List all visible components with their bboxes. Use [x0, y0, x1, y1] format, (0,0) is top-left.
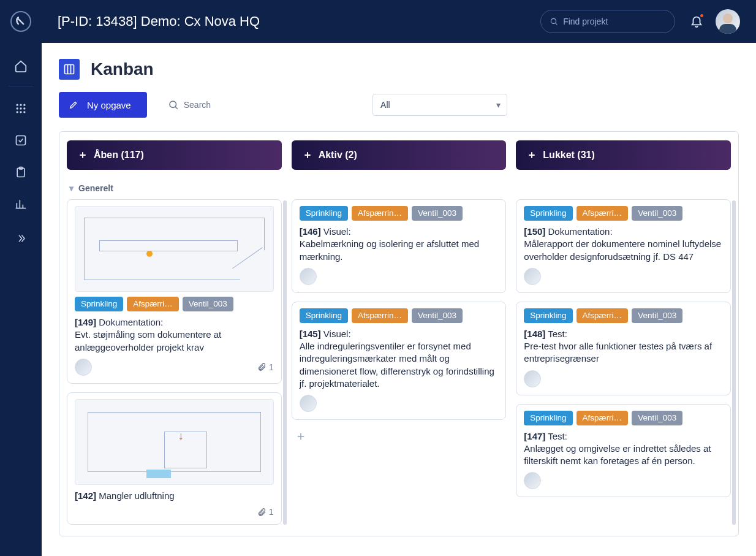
task-title: [145] Visuel: Alle indreguleringsventile… — [300, 328, 499, 390]
project-search-input[interactable] — [563, 17, 666, 26]
project-title: [P-ID: 13438] Demo: Cx Nova HQ — [58, 13, 540, 29]
svg-point-1 — [20, 104, 21, 106]
svg-point-12 — [551, 18, 556, 23]
svg-point-5 — [23, 107, 25, 109]
home-icon[interactable] — [9, 54, 33, 78]
assignee-avatar[interactable] — [524, 472, 541, 489]
task-card[interactable]: Sprinkling Afspærrin… Ventil_003 [145] V… — [292, 302, 507, 420]
tag: Afspærrin… — [352, 308, 408, 323]
svg-point-7 — [20, 111, 21, 113]
plus-icon — [295, 431, 306, 442]
chevron-down-icon: ▾ — [496, 100, 501, 110]
notifications-icon[interactable] — [690, 14, 703, 29]
column-header-open[interactable]: Åben (117) — [67, 140, 282, 170]
paperclip-icon — [257, 362, 266, 371]
task-title: [142] Mangler udluftning — [75, 490, 274, 502]
tag: Sprinkling — [75, 297, 123, 311]
tag: Ventil_003 — [412, 206, 463, 221]
svg-point-8 — [23, 111, 25, 113]
checkbox-icon[interactable] — [9, 128, 33, 153]
logo-icon[interactable] — [10, 11, 31, 32]
svg-point-4 — [20, 107, 21, 109]
plus-icon — [303, 150, 312, 160]
task-card[interactable]: Sprinkling Afspærrin… Ventil_003 [146] V… — [292, 199, 507, 293]
kanban-icon — [59, 59, 80, 80]
svg-rect-9 — [17, 136, 26, 145]
divider — [9, 86, 34, 86]
tag: Sprinkling — [300, 206, 348, 221]
column-title: Aktiv (2) — [319, 150, 357, 161]
filter-select[interactable]: All ▾ — [372, 94, 507, 116]
tag: Ventil_003 — [183, 297, 233, 311]
task-title: [147] Test: Anlægget og omgivelse er ind… — [524, 430, 723, 468]
tag: Afspærri… — [576, 308, 629, 323]
tag: Afspærri… — [127, 297, 179, 311]
assignee-avatar[interactable] — [300, 268, 317, 285]
search-icon — [168, 99, 179, 110]
column-active: Sprinkling Afspærrin… Ventil_003 [146] V… — [292, 199, 507, 525]
pencil-icon — [69, 100, 78, 110]
svg-rect-14 — [719, 24, 736, 34]
new-task-label: Ny opgave — [87, 100, 131, 110]
filter-value: All — [380, 100, 390, 110]
section-name: Generelt — [78, 183, 113, 193]
search-button[interactable]: Search — [162, 94, 217, 115]
clipboard-icon[interactable] — [9, 160, 33, 185]
collapse-icon: ▾ — [69, 183, 74, 193]
tag: Ventil_003 — [632, 411, 682, 425]
task-title: [148] Test: Pre-test hvor alle funktione… — [524, 328, 723, 365]
tag: Afspærri… — [576, 206, 629, 221]
add-card-button[interactable] — [292, 428, 507, 446]
column-closed: Sprinkling Afspærri… Ventil_003 [150] Do… — [516, 199, 731, 525]
notification-dot — [699, 13, 705, 18]
topbar: [P-ID: 13438] Demo: Cx Nova HQ — [42, 0, 756, 43]
kanban-board: Åben (117) Aktiv (2) Lukket (31) ▾ Gener… — [59, 131, 739, 536]
analytics-icon[interactable] — [9, 192, 33, 216]
tag: Sprinkling — [524, 206, 572, 221]
column-header-active[interactable]: Aktiv (2) — [292, 140, 507, 170]
svg-rect-15 — [65, 65, 74, 74]
task-card[interactable]: Sprinkling Afspærri… Ventil_003 [150] Do… — [516, 199, 731, 293]
svg-point-0 — [17, 104, 18, 106]
plus-icon — [78, 150, 88, 160]
assignee-avatar[interactable] — [300, 395, 317, 412]
sidebar — [0, 0, 42, 556]
tag: Sprinkling — [524, 411, 572, 425]
column-header-closed[interactable]: Lukket (31) — [516, 140, 731, 170]
search-label: Search — [184, 100, 211, 110]
scrollbar[interactable] — [283, 200, 287, 525]
svg-point-3 — [17, 107, 18, 109]
tag: Sprinkling — [524, 308, 572, 323]
task-card[interactable]: Sprinkling Afspærri… Ventil_003 [148] Te… — [516, 302, 731, 395]
attachment-count[interactable]: 1 — [257, 362, 274, 372]
column-title: Åben (117) — [94, 150, 144, 161]
paperclip-icon — [257, 508, 266, 517]
tag: Ventil_003 — [632, 308, 682, 323]
search-icon — [550, 17, 558, 26]
svg-point-6 — [17, 111, 18, 113]
svg-point-2 — [23, 104, 25, 106]
new-task-button[interactable]: Ny opgave — [59, 92, 147, 118]
task-card[interactable]: ↓ [142] Mangler udluftning 1 — [67, 392, 282, 525]
column-open: Sprinkling Afspærri… Ventil_003 [149] Do… — [67, 199, 282, 525]
project-search[interactable] — [540, 10, 675, 33]
task-title: [146] Visuel: Kabelmærkning og isolering… — [300, 226, 499, 263]
scrollbar[interactable] — [732, 200, 736, 525]
user-avatar[interactable] — [716, 9, 740, 34]
svg-point-13 — [723, 13, 733, 23]
svg-point-16 — [170, 101, 176, 108]
column-title: Lukket (31) — [543, 150, 594, 161]
assignee-avatar[interactable] — [524, 268, 541, 285]
tag: Ventil_003 — [412, 308, 463, 323]
tag: Sprinkling — [300, 308, 348, 323]
attachment-count[interactable]: 1 — [257, 507, 274, 517]
thumbnail: ↓ — [75, 399, 274, 485]
task-card[interactable]: Sprinkling Afspærri… Ventil_003 [147] Te… — [516, 404, 731, 498]
tag: Afspærri… — [576, 411, 629, 425]
section-toggle[interactable]: ▾ Generelt — [67, 178, 731, 199]
apps-grid-icon[interactable] — [9, 96, 33, 121]
expand-icon[interactable] — [9, 226, 33, 251]
assignee-avatar[interactable] — [75, 359, 92, 376]
assignee-avatar[interactable] — [524, 370, 541, 387]
task-card[interactable]: Sprinkling Afspærri… Ventil_003 [149] Do… — [67, 199, 282, 384]
